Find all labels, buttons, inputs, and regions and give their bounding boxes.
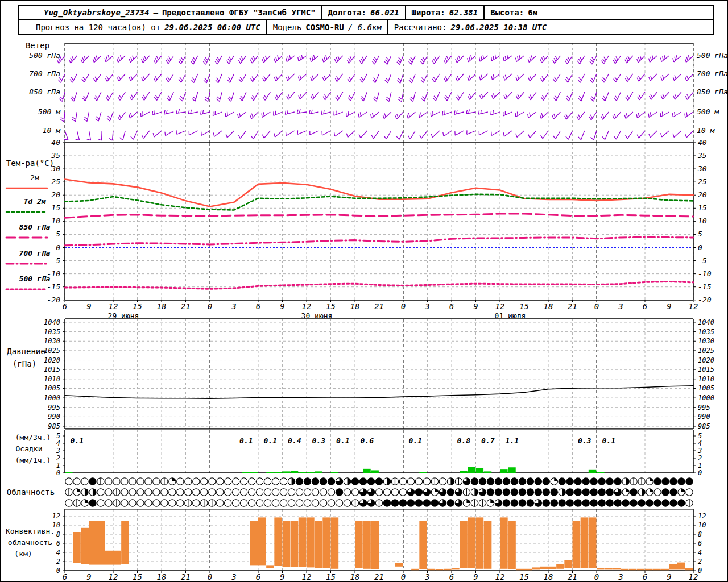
svg-text:18: 18 — [544, 572, 553, 581]
svg-text:0: 0 — [698, 469, 702, 477]
svg-text:Давление: Давление — [7, 347, 45, 356]
svg-text:1: 1 — [698, 462, 702, 469]
svg-text:700 гПа: 700 гПа — [697, 69, 728, 78]
meteogram-chart: Ветер500 гПа500 гПа700 гПа700 гПа850 гПа… — [1, 1, 728, 582]
svg-text:25: 25 — [698, 177, 707, 186]
svg-text:0: 0 — [698, 243, 702, 252]
svg-text:990: 990 — [48, 413, 60, 421]
svg-text:5: 5 — [56, 432, 60, 440]
svg-text:Td 2м: Td 2м — [23, 197, 46, 206]
svg-text:1020: 1020 — [698, 356, 714, 364]
svg-text:1005: 1005 — [44, 384, 60, 392]
svg-text:0: 0 — [401, 302, 406, 311]
svg-text:2: 2 — [698, 558, 702, 566]
svg-text:3: 3 — [697, 447, 702, 455]
cloud-cover-row — [65, 489, 693, 496]
svg-text:Ветер: Ветер — [26, 41, 49, 50]
svg-text:0: 0 — [401, 572, 406, 581]
svg-text:6: 6 — [643, 572, 647, 581]
svg-text:21: 21 — [181, 302, 191, 311]
forecast-label: Прогноз на 120 часа(ов) от — [36, 23, 160, 32]
svg-text:10: 10 — [698, 217, 707, 225]
svg-text:9: 9 — [473, 572, 478, 581]
svg-text:Осадки: Осадки — [16, 444, 43, 453]
convective-panel: 002244668810101212Конвективн.облачность(… — [6, 509, 706, 575]
svg-text:10 м: 10 м — [43, 126, 61, 135]
svg-text:18: 18 — [350, 302, 360, 311]
svg-text:(км): (км) — [14, 550, 32, 558]
svg-text:1030: 1030 — [698, 337, 714, 345]
svg-text:(гПа): (гПа) — [13, 359, 36, 368]
svg-text:12: 12 — [495, 302, 505, 311]
svg-text:15: 15 — [519, 302, 529, 311]
svg-text:3: 3 — [424, 572, 429, 581]
svg-text:9: 9 — [667, 572, 671, 581]
svg-text:0: 0 — [56, 469, 60, 477]
wind-barb-row — [64, 130, 693, 140]
svg-text:Тем-ра(°C): Тем-ра(°C) — [6, 159, 54, 168]
svg-text:3: 3 — [618, 302, 623, 311]
svg-text:12: 12 — [109, 302, 118, 311]
svg-text:9: 9 — [667, 302, 671, 311]
svg-text:18: 18 — [157, 572, 167, 581]
svg-text:0: 0 — [56, 567, 60, 575]
svg-text:9: 9 — [86, 572, 91, 581]
svg-text:0: 0 — [594, 302, 599, 311]
svg-text:5: 5 — [56, 230, 60, 238]
svg-text:985: 985 — [48, 422, 60, 430]
svg-text:995: 995 — [48, 404, 60, 411]
svg-text:21: 21 — [568, 302, 577, 311]
svg-text:8: 8 — [56, 530, 60, 538]
svg-text:6: 6 — [256, 572, 260, 581]
svg-text:облачность: облачность — [8, 538, 52, 547]
svg-text:15: 15 — [698, 203, 707, 212]
provider-text: Предоставлено ФГБУ "ЗапСиб УГМС" — [162, 8, 316, 17]
svg-text:-15: -15 — [698, 282, 712, 291]
forecast-start-time: 29.06.2025 06:00 UTC — [164, 23, 260, 32]
svg-text:1025: 1025 — [698, 347, 714, 355]
svg-text:2: 2 — [698, 454, 702, 462]
svg-text:6: 6 — [56, 539, 60, 547]
svg-text:40: 40 — [51, 138, 60, 147]
cloud-cover-row — [65, 478, 693, 485]
svg-text:1010: 1010 — [44, 375, 60, 383]
svg-text:10: 10 — [51, 217, 60, 225]
svg-text:3: 3 — [231, 572, 236, 581]
svg-text:12: 12 — [495, 572, 505, 581]
svg-text:1.1: 1.1 — [506, 436, 519, 445]
svg-text:500 м: 500 м — [38, 107, 61, 116]
header-box: Yug_Oktyabrskoye_23734 — Предоставлено Ф… — [18, 5, 714, 35]
svg-text:-10: -10 — [698, 269, 712, 278]
longitude-value: 66.021 — [370, 8, 399, 17]
svg-text:8: 8 — [698, 530, 702, 538]
svg-text:12: 12 — [698, 512, 706, 520]
svg-text:18: 18 — [544, 302, 553, 311]
header-row-1: Yug_Oktyabrskoye_23734 — Предоставлено Ф… — [19, 6, 713, 20]
svg-text:6: 6 — [256, 302, 260, 311]
svg-text:1005: 1005 — [698, 384, 714, 392]
model-resolution: / 6.6км — [348, 23, 382, 32]
svg-text:1000: 1000 — [698, 394, 714, 402]
svg-text:3: 3 — [231, 302, 236, 311]
svg-text:20: 20 — [51, 190, 60, 199]
cloud-cover-row — [65, 500, 693, 506]
svg-text:0: 0 — [594, 572, 599, 581]
svg-text:4: 4 — [698, 548, 702, 556]
svg-text:15: 15 — [51, 203, 60, 212]
svg-text:12: 12 — [302, 572, 312, 581]
svg-text:0.6: 0.6 — [361, 436, 374, 445]
svg-text:21: 21 — [374, 572, 384, 581]
svg-text:6: 6 — [698, 539, 702, 547]
svg-text:1025: 1025 — [44, 347, 60, 355]
svg-text:3: 3 — [618, 572, 623, 581]
svg-text:0.1: 0.1 — [239, 436, 253, 445]
svg-text:4: 4 — [56, 548, 60, 556]
svg-text:0.1: 0.1 — [602, 436, 615, 445]
calc-label: Рассчитано: — [394, 23, 447, 32]
svg-text:1020: 1020 — [44, 356, 60, 364]
svg-text:Облачность: Облачность — [7, 488, 55, 497]
header-separator — [266, 20, 267, 34]
svg-text:2: 2 — [56, 558, 60, 566]
svg-text:1035: 1035 — [44, 328, 60, 336]
svg-text:850 гПа: 850 гПа — [29, 88, 60, 96]
